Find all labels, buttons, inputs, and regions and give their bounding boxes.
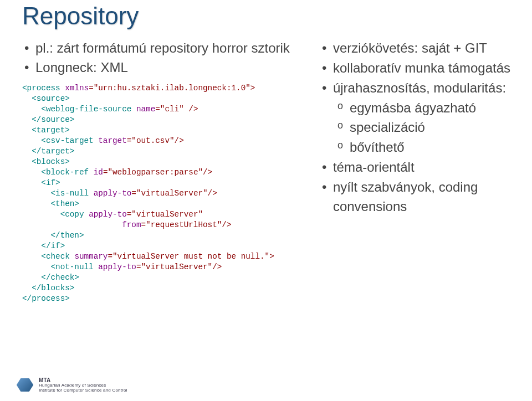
right-column: verziókövetés: saját + GIT kollaboratív … [319, 39, 515, 304]
code-tag: </then> [22, 231, 84, 240]
code-tag: <source> [22, 94, 70, 103]
code-str: ="weblogparser:parse"/> [103, 168, 212, 177]
page-title: Repository [22, 0, 515, 29]
content-area: pl.: zárt formátumú repository horror sz… [22, 39, 515, 304]
sub-bullets: egymásba ágyazható specializáció bővíthe… [334, 99, 515, 157]
code-attr: target [94, 136, 127, 145]
bullet-line: téma-orientált [319, 158, 515, 177]
code-tag: <if> [22, 178, 60, 187]
code-tag: <target> [22, 126, 70, 135]
code-str: ="virtualServer"/> [131, 189, 217, 198]
sub-bullet-line: specializáció [334, 118, 515, 137]
code-str: ="requestUrlHost"/> [141, 220, 232, 229]
code-tag: </blocks> [22, 284, 74, 292]
bullet-line: újrahasznosítás, modularitás: [319, 79, 515, 98]
code-tag: <process [22, 84, 60, 92]
sub-bullet-wrap: egymásba ágyazható specializáció bővíthe… [319, 99, 515, 157]
code-attr: xmlns [60, 84, 89, 92]
code-str: ="virtualServer" [127, 210, 203, 219]
sub-bullet-line: egymásba ágyazható [334, 99, 515, 118]
bullet-line: Longneck: XML [22, 58, 308, 78]
code-tag: </target> [22, 147, 74, 156]
sub-bullet-line: bővíthető [334, 138, 515, 157]
code-tag: <weblog-file-source [22, 105, 131, 114]
code-attr: from [122, 220, 141, 229]
code-str: ="out.csv"/> [127, 136, 184, 145]
code-attr: apply-to [89, 189, 131, 198]
code-attr: summary [70, 252, 108, 261]
code-str: ="virtualServer must not be null."> [108, 252, 274, 261]
code-tag: <not-null [22, 263, 94, 271]
code-indent [22, 220, 122, 229]
code-attr: name [131, 105, 155, 114]
right-bullets: verziókövetés: saját + GIT kollaboratív … [319, 39, 515, 216]
code-attr: id [89, 168, 103, 177]
code-tag: </source> [22, 115, 74, 124]
code-tag: <blocks> [22, 157, 70, 166]
code-attr: apply-to [94, 263, 136, 271]
code-tag: <check [22, 252, 70, 261]
code-tag: <then> [22, 199, 79, 208]
logo-icon [14, 377, 35, 393]
code-tag: </if> [22, 241, 65, 250]
code-tag: </check> [22, 273, 79, 282]
code-attr: apply-to [84, 210, 127, 219]
code-tag: <is-null [22, 189, 89, 198]
code-tag: <block-ref [22, 168, 89, 177]
code-str: ="cli" /> [155, 105, 198, 114]
org-line: Institute for Computer Science and Contr… [39, 388, 127, 393]
code-str: ="urn:hu.sztaki.ilab.longneck:1.0"> [89, 84, 255, 92]
bullet-line: verziókövetés: saját + GIT [319, 39, 515, 58]
code-tag: <copy [22, 210, 84, 219]
code-tag: <csv-target [22, 136, 94, 145]
left-column: pl.: zárt formátumú repository horror sz… [22, 39, 308, 304]
xml-code-block: <process xmlns="urn:hu.sztaki.ilab.longn… [22, 83, 308, 304]
logo-text: MTA Hungarian Academy of Sciences Instit… [39, 377, 127, 393]
code-str: ="virtualServer"/> [136, 263, 222, 271]
left-bullets: pl.: zárt formátumú repository horror sz… [22, 39, 308, 78]
code-tag: </process> [22, 294, 70, 303]
footer-logo: MTA Hungarian Academy of Sciences Instit… [14, 377, 127, 393]
bullet-line: nyílt szabványok, coding convensions [319, 178, 515, 217]
bullet-line: kollaboratív munka támogatás [319, 59, 515, 78]
bullet-line: pl.: zárt formátumú repository horror sz… [22, 39, 308, 58]
